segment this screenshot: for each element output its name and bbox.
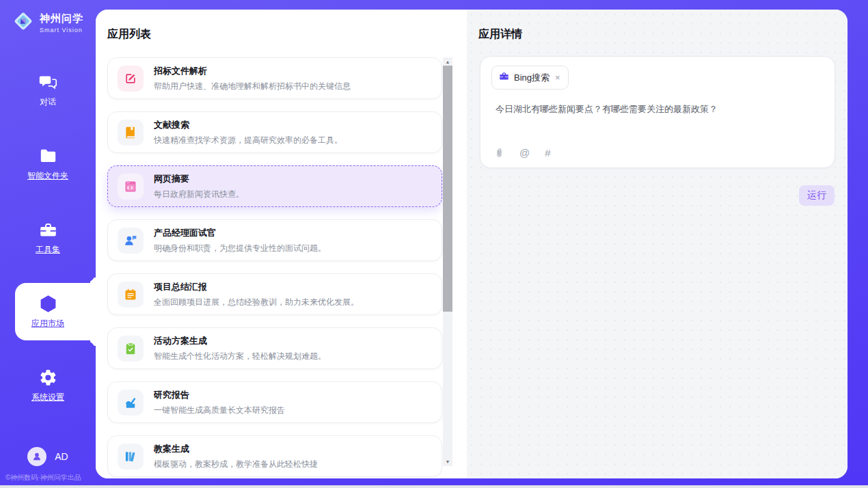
- calendar-icon: [118, 282, 144, 308]
- tab-curve-bottom: [85, 340, 96, 351]
- sidebar-nav: 对话 智能文件夹 工具集 应用市场: [0, 68, 96, 437]
- app-card-title: 产品经理面试官: [154, 227, 326, 239]
- sidebar-item-smart-folder[interactable]: 智能文件夹: [0, 142, 96, 186]
- app-card-title: 研究报告: [154, 389, 285, 401]
- app-list-panel: 应用列表 招标文件解析 帮助用户快速、准确地理解和解析招标书中的关键信息 文献搜…: [96, 10, 467, 478]
- sidebar-item-chat[interactable]: 对话: [0, 68, 96, 112]
- app-card-desc: 模板驱动，教案秒成，教学准备从此轻松快捷: [154, 459, 318, 470]
- brand-name: 神州问学: [40, 12, 83, 25]
- prompt-input[interactable]: 今日湖北有哪些新闻要点？有哪些需要关注的最新政策？: [496, 103, 817, 116]
- book-icon: [118, 120, 144, 146]
- sidebar-item-label: 工具集: [36, 244, 60, 256]
- app-card-title: 教案生成: [154, 443, 318, 455]
- app-detail-panel: 应用详情 Bing搜索 × 今日湖北有哪些新闻要点？有哪些需要关注的最新政策？ …: [467, 10, 847, 478]
- app-card-title: 招标文件解析: [154, 65, 351, 77]
- account-button[interactable]: AD: [0, 447, 96, 466]
- interviewer-icon: [118, 228, 144, 254]
- sidebar-item-label: 对话: [40, 96, 56, 108]
- app-card-bid-parse[interactable]: 招标文件解析 帮助用户快速、准确地理解和解析招标书中的关键信息: [107, 57, 442, 99]
- app-card-title: 项目总结汇报: [154, 281, 359, 293]
- books-icon: [118, 444, 144, 470]
- tab-curve-top: [85, 272, 96, 283]
- sidebar-footer: ©神州数码·神州问学出品: [5, 473, 81, 483]
- scroll-down-arrow-icon[interactable]: ▼: [443, 457, 452, 466]
- app-card-literature-search[interactable]: 文献搜索 快速精准查找学术资源，提高研究效率的必备工具。: [107, 111, 442, 153]
- app-card-desc: 明确身份和职责，为您提供专业性的面试问题。: [154, 243, 326, 254]
- cube-icon: [39, 295, 57, 313]
- folder-icon: [39, 147, 57, 165]
- diamond-logo-icon: [12, 10, 34, 35]
- briefcase-icon: [499, 71, 509, 84]
- app-list: 招标文件解析 帮助用户快速、准确地理解和解析招标书中的关键信息 文献搜索 快速精…: [107, 57, 442, 478]
- close-icon[interactable]: ×: [554, 73, 561, 82]
- app-card-desc: 快速精准查找学术资源，提高研究效率的必备工具。: [154, 135, 342, 146]
- content-frame: 应用列表 招标文件解析 帮助用户快速、准确地理解和解析招标书中的关键信息 文献搜…: [96, 10, 847, 478]
- app-card-desc: 每日政府新闻资讯快查。: [154, 189, 244, 200]
- app-card-title: 活动方案生成: [154, 335, 326, 347]
- app-card-title: 文献搜索: [154, 119, 342, 131]
- app-card-desc: 一键智能生成高质量长文本研究报告: [154, 405, 285, 416]
- browser-icon: [118, 174, 144, 200]
- scrollbar-thumb[interactable]: [443, 66, 452, 312]
- app-list-title: 应用列表: [107, 27, 151, 42]
- mention-icon[interactable]: @: [519, 147, 530, 159]
- sidebar-item-app-market[interactable]: 应用市场: [0, 290, 96, 334]
- gear-icon: [39, 368, 57, 387]
- scrollbar[interactable]: ▲ ▼: [443, 57, 452, 466]
- tool-tag-bing-search[interactable]: Bing搜索 ×: [491, 66, 569, 90]
- app-card-research-report[interactable]: 研究报告 一键智能生成高质量长文本研究报告: [107, 381, 442, 423]
- clipboard-check-icon: [118, 336, 144, 362]
- window-bottom-edge: [0, 485, 868, 488]
- hash-icon[interactable]: #: [545, 147, 550, 159]
- document-edit-icon: [118, 66, 144, 92]
- sidebar-item-label: 应用市场: [31, 318, 64, 329]
- attachment-toolbar: @ #: [494, 147, 551, 159]
- brand-subtitle: Smart Vision: [40, 27, 83, 33]
- prompt-card: Bing搜索 × 今日湖北有哪些新闻要点？有哪些需要关注的最新政策？ @ #: [480, 56, 835, 168]
- sidebar-item-label: 系统设置: [31, 392, 64, 403]
- app-card-pm-interviewer[interactable]: 产品经理面试官 明确身份和职责，为您提供专业性的面试问题。: [107, 219, 442, 261]
- sidebar-item-label: 智能文件夹: [27, 170, 68, 182]
- sidebar-item-toolset[interactable]: 工具集: [0, 216, 96, 260]
- tool-tag-label: Bing搜索: [514, 72, 550, 84]
- app-card-desc: 帮助用户快速、准确地理解和解析招标书中的关键信息: [154, 81, 351, 92]
- app-card-title: 网页摘要: [154, 173, 244, 185]
- app-card-project-summary[interactable]: 项目总结汇报 全面回顾项目进展，总结经验教训，助力未来优化发展。: [107, 273, 442, 315]
- avatar: [27, 447, 46, 466]
- sidebar-item-settings[interactable]: 系统设置: [0, 364, 96, 407]
- paperclip-icon[interactable]: [494, 147, 504, 159]
- run-button[interactable]: 运行: [799, 185, 835, 206]
- research-icon: [118, 390, 144, 416]
- app-card-desc: 智能生成个性化活动方案，轻松解决规划难题。: [154, 351, 326, 362]
- app-card-desc: 全面回顾项目进展，总结经验教训，助力未来优化发展。: [154, 297, 359, 308]
- sidebar: 神州问学 Smart Vision 对话 智能文件夹 工具集: [0, 0, 96, 488]
- brand-logo: 神州问学 Smart Vision: [12, 10, 83, 35]
- toolbox-icon: [39, 221, 57, 239]
- app-card-web-summary[interactable]: 网页摘要 每日政府新闻资讯快查。: [107, 165, 442, 207]
- chat-icon: [39, 73, 57, 92]
- app-card-lesson-plan[interactable]: 教案生成 模板驱动，教案秒成，教学准备从此轻松快捷: [107, 435, 442, 477]
- app-card-event-plan[interactable]: 活动方案生成 智能生成个性化活动方案，轻松解决规划难题。: [107, 327, 442, 369]
- app-detail-title: 应用详情: [478, 27, 522, 42]
- account-name: AD: [55, 451, 68, 462]
